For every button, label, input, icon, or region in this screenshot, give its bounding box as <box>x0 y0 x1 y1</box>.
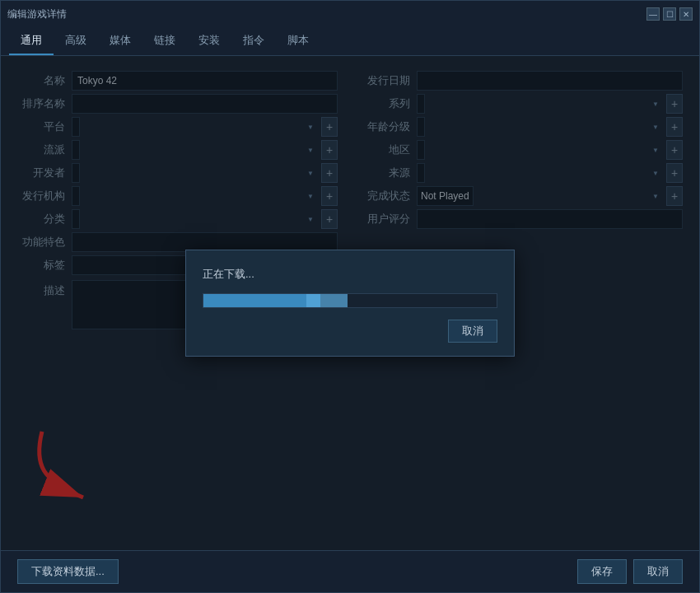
progress-bar-thumb <box>306 294 348 307</box>
tab-links[interactable]: 链接 <box>142 27 187 55</box>
progress-bar-fill <box>203 294 320 307</box>
save-button[interactable]: 保存 <box>577 559 627 584</box>
tab-general[interactable]: 通用 <box>9 27 54 55</box>
form-content: 名称 排序名称 平台 + <box>1 56 699 550</box>
modal-cancel-button[interactable]: 取消 <box>448 320 497 343</box>
download-metadata-button[interactable]: 下载资料数据... <box>17 559 119 584</box>
progress-bar-container <box>203 293 497 308</box>
window-controls: — ☐ ✕ <box>646 7 693 21</box>
bottom-bar: 下载资料数据... 保存 取消 <box>1 550 699 592</box>
minimize-button[interactable]: — <box>646 7 660 21</box>
main-window: 编辑游戏详情 — ☐ ✕ 通用 高级 媒体 链接 安装 指令 脚本 名称 <box>0 0 700 593</box>
tab-commands[interactable]: 指令 <box>231 27 276 55</box>
tab-scripts[interactable]: 脚本 <box>276 27 320 55</box>
tab-advanced[interactable]: 高级 <box>54 27 98 55</box>
tab-media[interactable]: 媒体 <box>98 27 142 55</box>
title-bar: 编辑游戏详情 — ☐ ✕ <box>1 1 699 27</box>
modal-actions: 取消 <box>203 320 497 343</box>
download-modal: 正在下载... 取消 <box>185 250 515 357</box>
maximize-button[interactable]: ☐ <box>663 7 676 21</box>
cancel-button[interactable]: 取消 <box>633 559 683 584</box>
window-title: 编辑游戏详情 <box>7 7 67 21</box>
modal-overlay: 正在下载... 取消 <box>1 56 699 550</box>
tab-bar: 通用 高级 媒体 链接 安装 指令 脚本 <box>1 27 699 56</box>
modal-title: 正在下载... <box>203 267 497 282</box>
tab-install[interactable]: 安装 <box>187 27 231 55</box>
action-buttons: 保存 取消 <box>577 559 683 584</box>
close-button[interactable]: ✕ <box>679 7 693 21</box>
